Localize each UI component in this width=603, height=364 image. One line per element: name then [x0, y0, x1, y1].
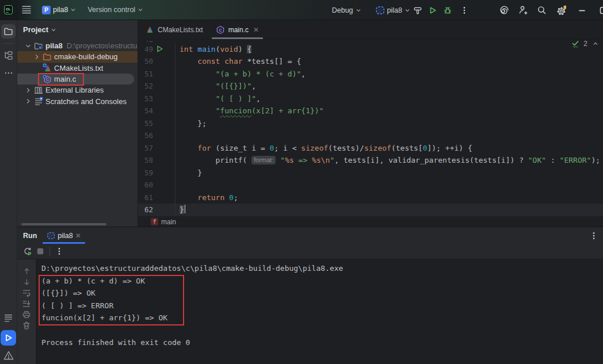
- c-file-badge-icon: C: [43, 75, 52, 84]
- tree-item-external-libraries[interactable]: External Libraries: [17, 85, 138, 95]
- line-number: 61: [138, 191, 153, 204]
- chevron-down-icon: [70, 7, 76, 13]
- code-text: int main(void) {: [175, 43, 251, 56]
- hamburger-icon: [22, 6, 31, 14]
- editor[interactable]: 4849int main(void) {50 const char *tests…: [138, 40, 603, 217]
- ai-assistant-button[interactable]: [497, 3, 512, 18]
- tree-collapsed-chevron[interactable]: [24, 86, 32, 94]
- search-everywhere-button[interactable]: [534, 3, 549, 18]
- prev-occurrence-button[interactable]: [22, 266, 31, 275]
- code-line-60[interactable]: 60: [138, 179, 603, 191]
- code-line-52[interactable]: 52 "([{}])",: [138, 80, 603, 93]
- line-number: 55: [138, 117, 153, 130]
- code-line-56[interactable]: 56: [138, 129, 603, 142]
- breadcrumb-item[interactable]: main: [161, 218, 176, 226]
- code-line-61[interactable]: 61 return 0;: [138, 191, 603, 204]
- gutter-space: [154, 117, 166, 130]
- toolstripe-project-button[interactable]: [1, 24, 16, 39]
- editor-tab-main-c[interactable]: Cmain.c✕: [212, 20, 263, 39]
- stop-button[interactable]: [36, 247, 45, 256]
- toolstripe-structure-button[interactable]: [1, 48, 16, 63]
- project-widget-label: pila8: [53, 6, 68, 14]
- code-line-55[interactable]: 55 };: [138, 117, 603, 130]
- tree-item-pila8[interactable]: pila8D:\proyectos\estructuradde: [17, 40, 138, 51]
- code-line-58[interactable]: 58 printf( format: "%s => %s\n", tests[i…: [138, 154, 603, 167]
- editor-tab-cmakelists-txt[interactable]: CMakeLists.txt: [142, 20, 207, 39]
- tree-collapsed-chevron[interactable]: [33, 53, 41, 61]
- cmake-plain-icon: [146, 25, 154, 34]
- project-panel-title: Project: [23, 25, 48, 34]
- run-tab[interactable]: pila8 ✕: [43, 227, 85, 244]
- tree-item-scratches-and-consoles[interactable]: Scratches and Consoles: [17, 95, 138, 106]
- tree-item-label: Scratches and Consoles: [45, 97, 127, 106]
- line-number: 54: [138, 105, 153, 117]
- toolstripe-problems-button[interactable]: [1, 348, 16, 362]
- debug-button[interactable]: [440, 3, 455, 18]
- code-text: for (size_t i = 0; i < sizeof(tests)/siz…: [175, 142, 472, 155]
- editor-lines: 4849int main(void) {50 const char *tests…: [138, 41, 603, 216]
- hammer-icon: [413, 6, 422, 15]
- code-text: }: [175, 167, 202, 179]
- code-text: [175, 129, 180, 142]
- run-button[interactable]: [425, 3, 440, 18]
- settings-button[interactable]: [554, 3, 568, 18]
- titlebar: CL P pila8 Version control Debug pila8: [0, 0, 603, 20]
- tree-item-cmake-build-debug[interactable]: cmake-build-debug: [17, 51, 138, 62]
- run-panel-options-button[interactable]: [589, 231, 598, 240]
- run-config-widget[interactable]: pila8: [372, 3, 410, 18]
- next-occurrence-button[interactable]: [22, 277, 31, 286]
- code-line-49[interactable]: 49int main(void) {: [138, 43, 603, 56]
- project-widget[interactable]: P pila8: [39, 2, 79, 17]
- rerun-button[interactable]: [23, 247, 32, 256]
- project-horizontal-scrollbar[interactable]: [21, 223, 106, 226]
- tab-label: CMakeLists.txt: [158, 26, 203, 34]
- code-line-51[interactable]: 51 "(a + b) * (c + d)",: [138, 68, 603, 81]
- soft-wrap-button[interactable]: [22, 288, 31, 297]
- tree-item-cmakelists-txt[interactable]: CMakeLists.txt: [17, 63, 138, 74]
- tree-item-main-c[interactable]: Cmain.c: [17, 74, 134, 85]
- vcs-widget[interactable]: Version control: [84, 2, 147, 17]
- maximize-button[interactable]: [596, 3, 603, 18]
- line-number: 57: [138, 142, 153, 155]
- more-run-actions-button[interactable]: [459, 3, 470, 18]
- application-icon: [47, 231, 55, 240]
- code-line-53[interactable]: 53 "( [ ) ]",: [138, 93, 603, 105]
- toolstripe-more-button[interactable]: [1, 66, 16, 80]
- close-icon[interactable]: ✕: [75, 232, 81, 240]
- run-tab-label: pila8: [58, 232, 72, 240]
- chevron-up-icon: [593, 41, 598, 47]
- run-console[interactable]: D:\proyectos\estructuraddedatos\c\pila8\…: [36, 259, 603, 364]
- scroll-to-end-button[interactable]: [22, 299, 31, 308]
- build-button[interactable]: [410, 3, 425, 18]
- main-menu-button[interactable]: [20, 2, 33, 17]
- close-icon[interactable]: ✕: [253, 26, 259, 34]
- toolstripe-run-button[interactable]: [1, 330, 16, 346]
- project-panel-header[interactable]: Project: [17, 20, 138, 36]
- gutter-space: [154, 142, 166, 155]
- run-line-icon[interactable]: [154, 43, 166, 56]
- code-line-62[interactable]: 62}: [138, 204, 603, 216]
- code-line-54[interactable]: 54 "funcion(x[2] + arr{1})": [138, 105, 603, 117]
- debug-config-dropdown[interactable]: Debug: [329, 3, 365, 18]
- tree-item-path: D:\proyectos\estructuradde: [67, 41, 138, 50]
- tree-expanded-chevron[interactable]: [24, 42, 32, 50]
- code-text: [175, 179, 180, 191]
- clear-all-button[interactable]: [22, 321, 31, 330]
- inspections-widget[interactable]: 2: [571, 39, 598, 48]
- code-line-59[interactable]: 59 }: [138, 167, 603, 179]
- application-icon: [375, 5, 385, 15]
- toolstripe-notifications-button[interactable]: [1, 311, 16, 325]
- more-options-button[interactable]: [55, 247, 64, 256]
- svg-text:C: C: [219, 27, 222, 32]
- tree-collapsed-chevron[interactable]: [24, 97, 32, 105]
- code-line-57[interactable]: 57 for (size_t i = 0; i < sizeof(tests)/…: [138, 142, 603, 155]
- run-panel-header: Run pila8 ✕: [17, 227, 603, 244]
- tree-item-label: main.c: [54, 75, 76, 83]
- print-button[interactable]: [22, 310, 31, 319]
- add-user-icon: [518, 5, 528, 15]
- tree-item-label: CMakeLists.txt: [54, 64, 103, 72]
- code-with-me-button[interactable]: [516, 3, 531, 18]
- minimize-button[interactable]: [574, 3, 589, 18]
- code-line-50[interactable]: 50 const char *tests[] = {: [138, 55, 603, 68]
- run-config-label: pila8: [387, 6, 402, 14]
